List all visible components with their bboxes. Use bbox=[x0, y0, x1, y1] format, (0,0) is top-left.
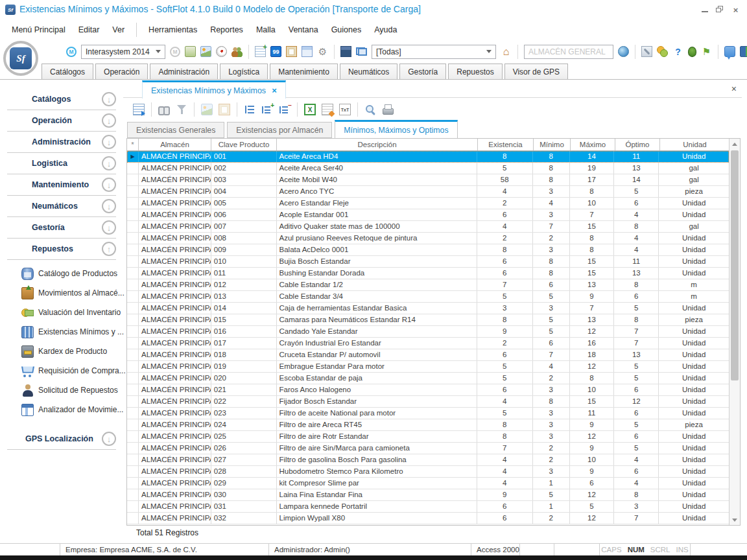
cell-unidad[interactable]: Unidad bbox=[659, 338, 729, 349]
cell-descripcion[interactable]: Filtro de aire Rotr Estandar bbox=[277, 431, 477, 442]
cell-unidad[interactable]: pieza bbox=[659, 186, 729, 197]
cell-almacen[interactable]: ALMACÉN PRINCIPAL bbox=[139, 303, 211, 314]
row-marker[interactable] bbox=[127, 163, 139, 174]
cell-almacen[interactable]: ALMACÉN PRINCIPAL bbox=[139, 513, 211, 524]
row-marker[interactable] bbox=[127, 373, 139, 384]
tools-wrench-icon[interactable] bbox=[641, 46, 652, 57]
coins-icon[interactable] bbox=[657, 46, 668, 57]
cell-descripcion[interactable]: Limpion Wypall X80 bbox=[277, 513, 477, 524]
table-row[interactable]: ALMACÉN PRINCIPAL021Faros Anco Halogeno6… bbox=[127, 384, 729, 396]
cell-clave[interactable]: 006 bbox=[211, 209, 277, 220]
cell-minimo[interactable]: 4 bbox=[533, 198, 570, 209]
cell-descripcion[interactable]: Escoba Estandar de paja bbox=[277, 373, 477, 384]
cell-existencia[interactable]: 4 bbox=[477, 478, 533, 489]
cell-descripcion[interactable]: Camaras para Neumáticos Estandar R14 bbox=[277, 314, 477, 325]
cell-descripcion[interactable]: Faros Anco Halogeno bbox=[277, 384, 477, 395]
table-row[interactable]: ALMACÉN PRINCIPAL030Laina Fina Estandar … bbox=[127, 489, 729, 501]
menu-item[interactable]: Ver bbox=[106, 23, 137, 37]
cell-descripcion[interactable]: Candado Yale Estandar bbox=[277, 326, 477, 337]
cell-unidad[interactable]: Unidad bbox=[659, 233, 729, 244]
table-row[interactable]: ALMACÉN PRINCIPAL024Filtro de aire Areca… bbox=[127, 419, 729, 431]
flag-icon[interactable]: ⚑ bbox=[701, 46, 712, 57]
row-marker[interactable] bbox=[127, 384, 139, 395]
cell-optimo[interactable]: 8 bbox=[614, 279, 659, 290]
cell-unidad[interactable]: Unidad bbox=[659, 431, 729, 442]
table-row[interactable]: ALMACÉN PRINCIPAL018Cruceta Estandar P/ … bbox=[127, 349, 729, 361]
cell-clave[interactable]: 011 bbox=[211, 268, 277, 279]
cell-maximo[interactable]: 8 bbox=[570, 244, 615, 255]
cell-unidad[interactable]: Unidad bbox=[659, 268, 729, 279]
cell-existencia[interactable]: 6 bbox=[477, 256, 533, 267]
table-row[interactable]: ALMACÉN PRINCIPAL026Filtro de aire Sin/M… bbox=[127, 443, 729, 454]
minimize-button[interactable] bbox=[700, 5, 709, 14]
cell-descripcion[interactable]: Fijador Bosch Estandar bbox=[277, 396, 477, 407]
cell-existencia[interactable]: 2 bbox=[477, 198, 533, 209]
cell-optimo[interactable]: 5 bbox=[614, 443, 659, 454]
refresh-data-icon[interactable] bbox=[133, 104, 145, 115]
cell-maximo[interactable]: 12 bbox=[570, 489, 615, 500]
cell-optimo[interactable]: 14 bbox=[614, 174, 659, 185]
cell-clave[interactable]: 002 bbox=[211, 163, 277, 174]
cell-existencia[interactable]: 58 bbox=[477, 174, 533, 185]
row-marker[interactable] bbox=[127, 268, 139, 279]
cell-optimo[interactable]: 13 bbox=[614, 349, 659, 360]
cell-existencia[interactable]: 8 bbox=[477, 419, 533, 430]
cell-unidad[interactable]: Unidad bbox=[659, 361, 729, 372]
row-marker[interactable] bbox=[127, 198, 139, 209]
cell-unidad[interactable]: Unidad bbox=[659, 408, 729, 419]
cell-clave[interactable]: 007 bbox=[211, 221, 277, 232]
cell-almacen[interactable]: ALMACÉN PRINCIPAL bbox=[139, 373, 211, 384]
cell-optimo[interactable]: 7 bbox=[614, 326, 659, 337]
cell-minimo[interactable]: 3 bbox=[533, 419, 570, 430]
image-icon[interactable] bbox=[200, 46, 211, 57]
cell-existencia[interactable]: 5 bbox=[477, 163, 533, 174]
section-arrow-icon[interactable]: ↓ bbox=[102, 199, 116, 213]
cell-optimo[interactable]: 11 bbox=[614, 151, 659, 162]
gear-icon[interactable]: ⚙ bbox=[317, 46, 328, 57]
menu-item[interactable]: Reportes bbox=[204, 23, 250, 37]
print-preview-icon[interactable] bbox=[364, 104, 376, 115]
table-row[interactable]: ALMACÉN PRINCIPAL003Aceite Mobil W405881… bbox=[127, 174, 729, 186]
module-tab[interactable]: Neumáticos bbox=[340, 64, 397, 79]
cell-optimo[interactable]: 4 bbox=[614, 233, 659, 244]
cell-minimo[interactable]: 3 bbox=[533, 303, 570, 314]
cell-maximo[interactable]: 12 bbox=[570, 513, 615, 524]
collapse-tree-icon[interactable]: − bbox=[279, 104, 290, 115]
cell-optimo[interactable]: 5 bbox=[614, 303, 659, 314]
cell-maximo[interactable]: 7 bbox=[570, 303, 615, 314]
cell-descripcion[interactable]: Aceite Areca HD4 bbox=[277, 151, 477, 162]
cell-clave[interactable]: 015 bbox=[211, 314, 277, 325]
table-row[interactable]: ALMACÉN PRINCIPAL032Limpion Wypall X8062… bbox=[127, 513, 729, 524]
subtab[interactable]: Mínimos, Máximos y Optimos bbox=[335, 120, 457, 138]
cell-optimo[interactable]: 6 bbox=[614, 384, 659, 395]
cell-existencia[interactable]: 4 bbox=[477, 454, 533, 465]
cell-descripcion[interactable]: Filtro de aire Sin/Marca para camioneta bbox=[277, 443, 477, 454]
restore-button[interactable] bbox=[715, 5, 725, 14]
close-button[interactable]: × bbox=[731, 5, 741, 14]
cell-maximo[interactable]: 8 bbox=[570, 233, 615, 244]
vertical-scrollbar[interactable] bbox=[729, 139, 740, 525]
cell-minimo[interactable]: 8 bbox=[533, 256, 570, 267]
cell-minimo[interactable]: 3 bbox=[533, 431, 570, 442]
cell-descripcion[interactable]: Laina Fina Estandar Fina bbox=[277, 489, 477, 500]
sidebar-item[interactable]: Existencias Mínimos y ... bbox=[0, 322, 123, 342]
cell-unidad[interactable]: Unidad bbox=[659, 466, 729, 477]
cell-unidad[interactable]: m bbox=[659, 291, 729, 302]
column-header[interactable]: Clave Producto bbox=[211, 139, 277, 150]
cell-almacen[interactable]: ALMACÉN PRINCIPAL bbox=[139, 314, 211, 325]
cell-unidad[interactable]: Unidad bbox=[659, 513, 729, 524]
sidebar-section[interactable]: Mantenimiento ↓ bbox=[7, 174, 116, 196]
cell-clave[interactable]: 030 bbox=[211, 489, 277, 500]
cell-almacen[interactable]: ALMACÉN PRINCIPAL bbox=[139, 256, 211, 267]
cell-existencia[interactable]: 8 bbox=[477, 314, 533, 325]
comment-icon[interactable] bbox=[724, 46, 735, 57]
section-arrow-icon[interactable]: ↓ bbox=[102, 156, 116, 170]
table-row[interactable]: ALMACÉN PRINCIPAL022Fijador Bosch Estand… bbox=[127, 396, 729, 408]
cell-descripcion[interactable]: Embrague Estandar Para motor bbox=[277, 361, 477, 372]
sidebar-item[interactable]: Analizador de Movimie... bbox=[0, 400, 123, 419]
globe-icon[interactable] bbox=[618, 46, 629, 57]
column-header[interactable]: Óptimo bbox=[615, 139, 660, 150]
sidebar-section[interactable]: Repuestos ↑ bbox=[7, 239, 116, 260]
export-txt-icon[interactable]: TxT bbox=[339, 104, 351, 115]
cell-maximo[interactable]: 19 bbox=[570, 163, 615, 174]
